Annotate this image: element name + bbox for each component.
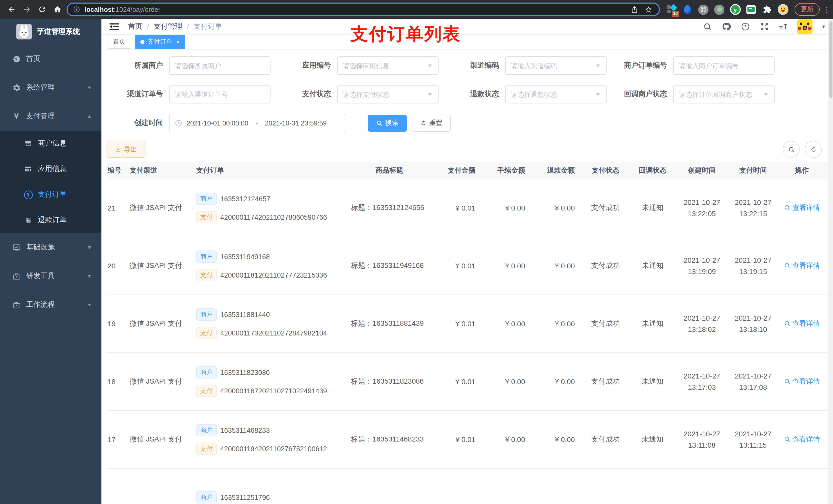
view-detail-link[interactable]: 查看详情: [784, 203, 820, 213]
cell-refund: ¥ 0.00: [532, 262, 582, 270]
user-avatar[interactable]: [797, 19, 812, 34]
scrollbar-thumb[interactable]: [829, 21, 832, 98]
search-icon[interactable]: [703, 22, 713, 32]
merchant-order-no-input[interactable]: [673, 56, 775, 75]
sidebar-item-pay[interactable]: ¥ 支付管理 ▲: [0, 102, 101, 130]
extension-grid-icon[interactable]: 10: [666, 4, 677, 15]
active-dot: [140, 40, 144, 44]
toolbox-icon: [11, 299, 22, 310]
merchant-tag: 商户: [196, 193, 217, 205]
magnifier-icon: [784, 436, 790, 443]
cell-order-no: 商户 1635311823086 支付 42000011672021102710…: [196, 366, 346, 397]
page-scrollbar[interactable]: [828, 19, 833, 504]
view-detail-link[interactable]: 查看详情: [784, 377, 820, 386]
extension-y-icon[interactable]: y: [730, 4, 741, 15]
refresh-button[interactable]: [805, 141, 822, 158]
extension-command-icon[interactable]: ⌘: [698, 4, 709, 15]
table-header-row: 编号支付渠道支付订单商品标题支付金额手续金额退款金额支付状态回调状态创建时间支付…: [106, 162, 828, 179]
home-button[interactable]: [51, 3, 64, 16]
cell-order-no: 商户 1635312124657 支付 42000011742021102780…: [196, 193, 346, 223]
merchant-tag: 商户: [196, 366, 217, 379]
avatar-caret-icon[interactable]: ▼: [821, 24, 826, 29]
cell-title: 标题：1635312124656: [346, 203, 433, 213]
sidebar: 芋道管理系统 首页 系统管理 ▼ ¥ 支付管理 ▲: [0, 19, 101, 504]
sidebar-item-pay-order[interactable]: ¥ 支付订单: [0, 182, 101, 208]
collapse-sidebar-icon[interactable]: [109, 21, 120, 32]
table-row: 21 微信 JSAPI 支付 商户 1635312124657 支付 42000…: [106, 179, 828, 237]
cell-order-no: 商户 1635311949168 支付 42000011812021102777…: [196, 250, 346, 281]
cell-title: 标题：1635311881439: [346, 319, 433, 328]
cell-amount: ¥ 0.01: [433, 204, 482, 212]
red-annotation-title: 支付订单列表: [351, 23, 461, 46]
search-button[interactable]: 搜索: [368, 115, 407, 131]
clock-icon: [175, 119, 182, 127]
github-icon[interactable]: [721, 22, 732, 32]
app-no-select[interactable]: ▼: [337, 56, 438, 75]
sidebar-item-workflow[interactable]: 工作流程 ▼: [0, 290, 101, 319]
column-header: 手续金额: [482, 166, 532, 175]
view-detail-link[interactable]: 查看详情: [784, 319, 820, 328]
tab-pay-order[interactable]: 支付订单 ×: [135, 35, 185, 49]
browser-menu-icon[interactable]: ⋮: [823, 8, 828, 11]
extensions-puzzle-icon[interactable]: [761, 4, 772, 15]
reload-button[interactable]: [36, 3, 48, 16]
view-detail-link[interactable]: 查看详情: [784, 435, 820, 444]
profile-avatar[interactable]: [777, 4, 788, 15]
extension-dot-icon[interactable]: [714, 4, 725, 15]
font-size-icon[interactable]: [778, 22, 788, 32]
sidebar-item-home[interactable]: 首页: [0, 45, 101, 73]
toggle-search-button[interactable]: [783, 141, 800, 158]
column-header: 支付订单: [196, 166, 346, 175]
reset-button[interactable]: 重置: [412, 115, 451, 131]
column-header: 创建时间: [676, 165, 728, 176]
forward-button[interactable]: [21, 3, 33, 16]
channel-order-no-input[interactable]: [169, 85, 270, 103]
sidebar-item-app-info[interactable]: 应用信息: [0, 156, 101, 182]
field-channel-code: 渠道编码 ▼: [443, 56, 611, 75]
cell-channel: 微信 JSAPI 支付: [124, 261, 196, 270]
sidebar-item-infra[interactable]: 基础设施 ▼: [0, 233, 101, 262]
back-button[interactable]: [5, 3, 18, 16]
sidebar-item-devtool[interactable]: 研发工具 ▼: [0, 262, 101, 290]
help-icon[interactable]: ?: [740, 22, 751, 32]
column-header: 支付状态: [582, 166, 629, 175]
pay-tag: 支付: [196, 442, 217, 455]
table-row: 19 微信 JSAPI 支付 商户 1635311881440 支付 42000…: [106, 295, 828, 353]
cell-refund: ¥ 0.00: [532, 378, 582, 386]
address-bar[interactable]: localhost:1024/pay/order: [67, 3, 660, 16]
export-button[interactable]: 导出: [106, 141, 145, 158]
browser-update-button[interactable]: 更新: [794, 3, 820, 16]
date-range-picker[interactable]: 2021-10-01 00:00:00 - 2021-10-31 23:59:5…: [169, 114, 345, 132]
breadcrumb-pay[interactable]: 支付管理: [154, 22, 182, 31]
fullscreen-icon[interactable]: [759, 22, 769, 32]
monitor-chart-icon: [11, 242, 22, 253]
sidebar-item-system[interactable]: 系统管理 ▼: [0, 73, 101, 102]
sidebar-item-merchant-info[interactable]: 商户信息: [0, 130, 101, 156]
chevron-down-icon: ▼: [87, 302, 92, 307]
breadcrumb-home[interactable]: 首页: [128, 22, 142, 31]
extension-gem-icon[interactable]: [682, 4, 693, 15]
share-icon[interactable]: [629, 4, 639, 15]
chevron-up-icon: ▲: [87, 114, 92, 119]
cell-channel: 微信 JSAPI 支付: [124, 377, 196, 386]
notify-status-select[interactable]: ▼: [673, 85, 775, 103]
top-navbar: 首页 / 支付管理 / 支付订单 ?: [101, 19, 833, 35]
extension-chat-icon[interactable]: [745, 4, 757, 15]
view-detail-link[interactable]: 查看详情: [784, 261, 820, 270]
chevron-down-icon: ▼: [427, 92, 433, 97]
cell-create-time: 2021-10-27 13:17:03: [676, 370, 728, 393]
close-tab-icon[interactable]: ×: [176, 39, 180, 45]
pay-tag: 支付: [196, 385, 217, 397]
field-app-no: 应用编号 ▼: [275, 56, 443, 75]
cell-channel: 微信 JSAPI 支付: [124, 203, 196, 213]
merchant-select-input[interactable]: [169, 56, 270, 75]
pay-status-select[interactable]: ▼: [337, 85, 438, 103]
tab-home[interactable]: 首页: [108, 35, 131, 49]
sidebar-item-refund-order[interactable]: 退款订单: [0, 208, 101, 233]
cell-action: 查看详情: [779, 261, 825, 271]
refund-status-select[interactable]: ▼: [505, 85, 606, 103]
bookmark-star-icon[interactable]: [643, 4, 654, 15]
merchant-tag: 商户: [196, 491, 217, 503]
cell-notify-status: 未通知: [629, 319, 676, 328]
channel-code-select[interactable]: ▼: [505, 56, 606, 75]
